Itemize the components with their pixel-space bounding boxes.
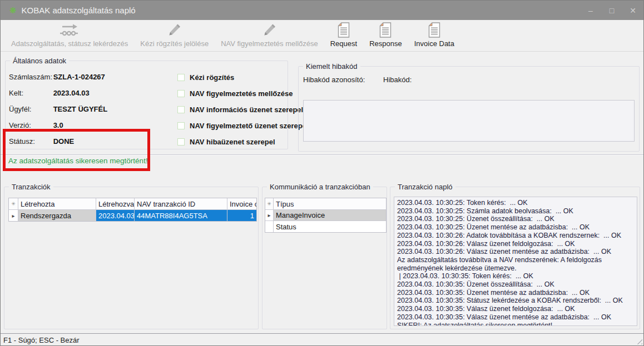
- log-line: 2023.04.03. 10:30:35: Válasz üzenet ment…: [397, 313, 634, 322]
- indicator-column-icon: ✳: [265, 198, 274, 209]
- checkbox-label: NAV hibaüzenet szerepel: [190, 138, 275, 146]
- toolbar: Adatszolgáltatás, státusz lekérdezés Kéz…: [1, 20, 643, 52]
- cell-invoice-op[interactable]: 1: [227, 210, 256, 221]
- toolbar-label: Invoice Data: [414, 39, 454, 48]
- error-code-label: Hibakód:: [383, 76, 412, 84]
- statusbar-text: F1 - Súgó; ESC - Bezár: [3, 336, 80, 344]
- log-line: 2023.04.03. 10:30:25: Üzenet összeállítá…: [397, 215, 634, 223]
- group-title: Tranzakciók: [9, 183, 53, 191]
- field-label: Ügyfél:: [9, 105, 51, 113]
- toolbar-button-request[interactable]: Request: [324, 20, 363, 51]
- log-line: | 2023.04.03. 10:30:35: Token kérés: ...…: [397, 272, 634, 280]
- column-header[interactable]: Létrehozta: [18, 198, 96, 209]
- pencil-icon: [262, 23, 277, 38]
- send-status-icon: [58, 23, 81, 38]
- checkbox-manual-entry[interactable]: Kézi rögzítés: [177, 73, 234, 82]
- group-title: Kommunikáció a tranzakcióban: [267, 183, 373, 191]
- document-icon: [338, 22, 350, 38]
- column-header[interactable]: Létrehozva: [96, 198, 135, 209]
- toolbar-button-response[interactable]: Response: [363, 20, 408, 51]
- table-row[interactable]: ▸ Rendszergazda 2023.04.03 44MATR88I4AG5…: [9, 210, 256, 221]
- document-icon: [379, 22, 392, 38]
- log-line: 2023.04.03. 10:30:25: Token kérés: ... O…: [397, 199, 634, 207]
- cell-type[interactable]: Status: [274, 221, 386, 232]
- table-header-row: ✳ Létrehozta Létrehozva NAV tranzakció I…: [9, 198, 256, 210]
- checkbox-nav-warning-ignore[interactable]: NAV figyelmeztetés mellőzése: [177, 89, 293, 98]
- checkbox-box[interactable]: [177, 90, 185, 97]
- toolbar-label: NAV figyelmeztetés mellőzése: [221, 39, 318, 48]
- table-row[interactable]: ▸ ManageInvoice: [265, 210, 386, 221]
- cell-nav-transaction-id[interactable]: 44MATR88I4AG5TSA: [135, 210, 227, 221]
- column-header[interactable]: Invoice op: [227, 198, 256, 209]
- field-label: Számlaszám:: [9, 73, 51, 81]
- field-value: TESZT ÜGYFÉL: [53, 105, 108, 113]
- group-title: Tranzakció napló: [395, 183, 455, 191]
- close-button[interactable]: ✕: [622, 1, 643, 20]
- log-line: SIKER!: Az adatszolgáltatás sikeresen me…: [397, 322, 634, 326]
- table-row[interactable]: Status: [265, 221, 386, 232]
- field-customer: Ügyfél: TESZT ÜGYFÉL: [9, 105, 107, 114]
- transaction-log[interactable]: 2023.04.03. 10:30:25: Token kérés: ... O…: [394, 197, 637, 326]
- row-marker-icon: ▸: [9, 210, 18, 221]
- field-label: Verzió:: [9, 121, 51, 129]
- cell-created-at[interactable]: 2023.04.03: [96, 210, 135, 221]
- minimize-button[interactable]: –: [580, 1, 601, 20]
- window-title: KOBAK adatszolgáltatás napló: [22, 6, 136, 15]
- log-line: 2023.04.03. 10:30:25: Számla adatok beol…: [397, 207, 634, 215]
- checkbox-box[interactable]: [177, 74, 185, 81]
- log-line: 2023.04.03. 10:30:26: Válasz üzenet ment…: [397, 248, 634, 256]
- log-line: 2023.04.03. 10:30:25: Üzenet mentése az …: [397, 223, 634, 232]
- window-controls: – □ ✕: [580, 1, 643, 20]
- communication-group: Kommunikáció a tranzakcióban ✳ Típus ▸ M…: [262, 187, 387, 329]
- red-highlight-rectangle: [3, 129, 150, 171]
- app-icon: ❋: [9, 6, 17, 16]
- checkbox-label: NAV figyelmeztetés mellőzése: [190, 89, 293, 98]
- cell-created-by[interactable]: Rendszergazda: [18, 210, 96, 221]
- group-title: Kiemelt hibakód: [303, 62, 360, 71]
- maximize-button[interactable]: □: [601, 1, 622, 20]
- checkbox-nav-info-message[interactable]: NAV információs üzenet szerepel: [177, 105, 303, 114]
- toolbar-button-invoice-data[interactable]: Invoice Data: [408, 20, 460, 51]
- toolbar-button-nav-warning-ignore[interactable]: NAV figyelmeztetés mellőzése: [215, 20, 324, 51]
- toolbar-button-status-query[interactable]: Adatszolgáltatás, státusz lekérdezés: [5, 20, 134, 51]
- column-header[interactable]: Típus: [274, 198, 386, 209]
- highlighted-error-group: Kiemelt hibakód Hibakód azonosító: Hibak…: [298, 66, 640, 152]
- log-line: 2023.04.03. 10:30:35: Válasz üzenet feld…: [397, 305, 634, 313]
- transactions-group: Tranzakciók ✳ Létrehozta Létrehozva NAV …: [4, 187, 259, 329]
- statusbar: F1 - Súgó; ESC - Bezár: [1, 333, 643, 346]
- table-header-row: ✳ Típus: [265, 198, 386, 210]
- toolbar-label: Request: [330, 39, 357, 48]
- toolbar-button-manual-entry[interactable]: Kézi rögzítés jelölése: [134, 20, 215, 51]
- log-line: 2023.04.03. 10:30:26: Válasz üzenet feld…: [397, 240, 634, 248]
- error-id-label: Hibakód azonosító:: [303, 76, 365, 84]
- group-title: Általános adatok: [10, 57, 69, 65]
- field-invoice-number: Számlaszám: SZLA-1-024267: [9, 73, 105, 82]
- checkbox-box[interactable]: [177, 106, 185, 113]
- row-marker-icon: ▸: [265, 210, 274, 220]
- toolbar-label: Kézi rögzítés jelölése: [140, 39, 209, 48]
- checkbox-nav-error-message[interactable]: NAV hibaüzenet szerepel: [177, 137, 275, 146]
- column-header[interactable]: NAV tranzakció ID: [135, 198, 227, 209]
- pencil-icon: [167, 23, 182, 38]
- transaction-log-group: Tranzakció napló 2023.04.03. 10:30:25: T…: [390, 187, 640, 329]
- cell-type[interactable]: ManageInvoice: [274, 210, 386, 220]
- app-window: ❋ KOBAK adatszolgáltatás napló – □ ✕ A: [0, 0, 644, 346]
- field-value: 3.0: [53, 121, 63, 129]
- log-line: Az adatszolgáltatás továbbítva a NAV ren…: [397, 256, 634, 272]
- log-line: 2023.04.03. 10:30:35: Üzenet mentése az …: [397, 289, 634, 297]
- document-icon: [428, 22, 440, 38]
- checkbox-label: NAV információs üzenet szerepel: [190, 106, 303, 114]
- checkbox-label: NAV figyelmeztető üzenet szerepel: [190, 122, 309, 130]
- transactions-table: ✳ Létrehozta Létrehozva NAV tranzakció I…: [8, 198, 257, 222]
- error-detail-box: [303, 100, 635, 142]
- communication-table: ✳ Típus ▸ ManageInvoice Status: [265, 198, 387, 233]
- checkbox-nav-warning-message[interactable]: NAV figyelmeztető üzenet szerepel: [177, 121, 309, 130]
- checkbox-box[interactable]: [177, 122, 185, 129]
- log-line: 2023.04.03. 10:30:35: Üzenet összeállítá…: [397, 280, 634, 289]
- checkbox-box[interactable]: [177, 138, 185, 146]
- log-line: 2023.04.03. 10:30:35: Státusz lekérdezés…: [397, 297, 634, 305]
- titlebar: ❋ KOBAK adatszolgáltatás napló – □ ✕: [1, 1, 643, 20]
- field-label: Kelt:: [9, 89, 51, 97]
- field-date: Kelt: 2023.04.03: [9, 89, 90, 98]
- toolbar-label: Adatszolgáltatás, státusz lekérdezés: [11, 39, 128, 48]
